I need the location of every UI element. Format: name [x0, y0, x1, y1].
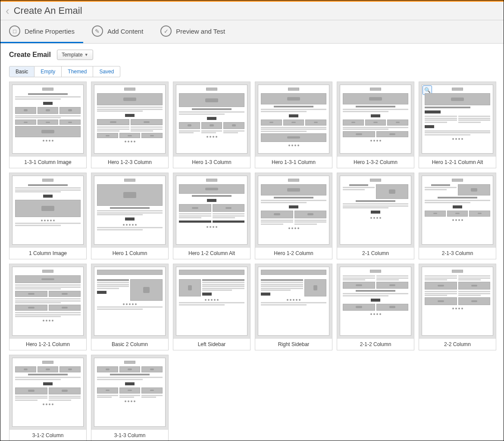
template-card[interactable]: 3-1-2 Column	[9, 355, 87, 441]
template-card[interactable]: Left Sidebar	[173, 264, 250, 350]
template-thumb	[255, 82, 332, 156]
template-thumb	[9, 264, 86, 338]
template-card[interactable]: Hero 1-3-1 Column	[255, 82, 332, 168]
template-dropdown[interactable]: Template ▼	[57, 50, 93, 60]
template-label: 1-3-1 Column Image	[9, 156, 86, 168]
template-thumb	[419, 82, 496, 156]
template-label: Hero 1-3-1 Column	[255, 156, 332, 168]
back-chevron-icon[interactable]: ‹	[6, 5, 9, 16]
section-title: Create Email	[9, 51, 51, 59]
template-thumb	[337, 173, 414, 247]
template-thumb	[419, 264, 496, 338]
content-area: Create Email Template ▼ BasicEmptyThemed…	[0, 44, 504, 441]
template-thumb	[173, 173, 250, 247]
wizard-step-1[interactable]: ✎Add Content	[83, 20, 152, 43]
template-card[interactable]: Hero 1-2-1 Column	[9, 264, 87, 350]
template-card[interactable]: Hero 1-2 Column	[255, 173, 332, 259]
template-label: Hero 1-2 Column Alt	[173, 247, 250, 259]
template-card[interactable]: 2-1 Column	[337, 173, 414, 259]
template-thumb	[91, 82, 168, 156]
template-label: Hero 1-2-3 Column	[91, 156, 168, 168]
template-thumb	[337, 264, 414, 338]
template-label: Hero 1-2 Column	[255, 247, 332, 259]
step-icon: □	[9, 25, 20, 37]
template-card[interactable]: 1 Column Image	[9, 173, 87, 259]
template-label: Right Sidebar	[255, 338, 332, 350]
template-card[interactable]: Hero 1 Column	[91, 173, 169, 259]
template-thumb	[173, 82, 250, 156]
step-icon: ✓	[160, 25, 172, 37]
step-label: Define Properties	[25, 28, 75, 35]
step-icon: ✎	[92, 25, 103, 37]
template-thumb	[173, 264, 250, 338]
template-thumb	[419, 173, 496, 247]
template-category-tabs: BasicEmptyThemedSaved	[9, 66, 495, 77]
tab-basic[interactable]: Basic	[9, 66, 34, 77]
wizard-step-0[interactable]: □Define Properties	[0, 20, 83, 43]
template-card[interactable]: 2-1-2 Column	[337, 264, 414, 350]
template-label: 2-1-3 Column	[419, 247, 496, 259]
tab-saved[interactable]: Saved	[93, 66, 120, 77]
template-card[interactable]: Hero 1-3 Column	[173, 82, 250, 168]
caret-down-icon: ▼	[85, 53, 88, 57]
template-card[interactable]: Basic 2 Column	[91, 264, 169, 350]
template-grid: 1-3-1 Column ImageHero 1-2-3 ColumnHero …	[9, 82, 495, 441]
template-card[interactable]: 🔍Hero 1-2-1 Column Alt	[419, 82, 496, 168]
template-card[interactable]: Hero 1-2-3 Column	[91, 82, 169, 168]
template-dropdown-label: Template	[62, 52, 83, 58]
template-thumb	[9, 355, 86, 429]
template-label: 3-1-2 Column	[9, 429, 86, 441]
template-thumb	[91, 264, 168, 338]
template-card[interactable]: 2-2 Column	[419, 264, 496, 350]
template-card[interactable]: Hero 1-2 Column Alt	[173, 173, 250, 259]
template-thumb	[9, 173, 86, 247]
tab-themed[interactable]: Themed	[62, 66, 93, 77]
template-label: 3-1-3 Column	[91, 429, 168, 441]
template-label: 2-1-2 Column	[337, 338, 414, 350]
template-thumb	[91, 355, 168, 429]
template-thumb	[9, 82, 86, 156]
template-thumb	[255, 264, 332, 338]
page-title: Create An Email	[14, 5, 82, 16]
template-label: Left Sidebar	[173, 338, 250, 350]
page-header: ‹ Create An Email	[0, 2, 504, 20]
step-label: Preview and Test	[176, 28, 225, 35]
template-thumb	[91, 173, 168, 247]
template-card[interactable]: 2-1-3 Column	[419, 173, 496, 259]
template-label: Hero 1-3-2 Column	[337, 156, 414, 168]
template-thumb	[337, 82, 414, 156]
template-label: Hero 1 Column	[91, 247, 168, 259]
wizard-step-2[interactable]: ✓Preview and Test	[152, 20, 234, 43]
content-header: Create Email Template ▼	[9, 50, 495, 60]
template-label: Hero 1-2-1 Column Alt	[419, 156, 496, 168]
template-card[interactable]: Right Sidebar	[255, 264, 332, 350]
wizard-steps: □Define Properties✎Add Content✓Preview a…	[0, 20, 504, 44]
template-label: Hero 1-2-1 Column	[9, 338, 86, 350]
template-card[interactable]: Hero 1-3-2 Column	[337, 82, 414, 168]
step-label: Add Content	[107, 28, 143, 35]
template-thumb	[255, 173, 332, 247]
template-label: Hero 1-3 Column	[173, 156, 250, 168]
template-label: Basic 2 Column	[91, 338, 168, 350]
template-label: 1 Column Image	[9, 247, 86, 259]
tab-empty[interactable]: Empty	[34, 66, 62, 77]
template-card[interactable]: 1-3-1 Column Image	[9, 82, 87, 168]
template-label: 2-2 Column	[419, 338, 496, 350]
template-card[interactable]: 3-1-3 Column	[91, 355, 169, 441]
template-label: 2-1 Column	[337, 247, 414, 259]
